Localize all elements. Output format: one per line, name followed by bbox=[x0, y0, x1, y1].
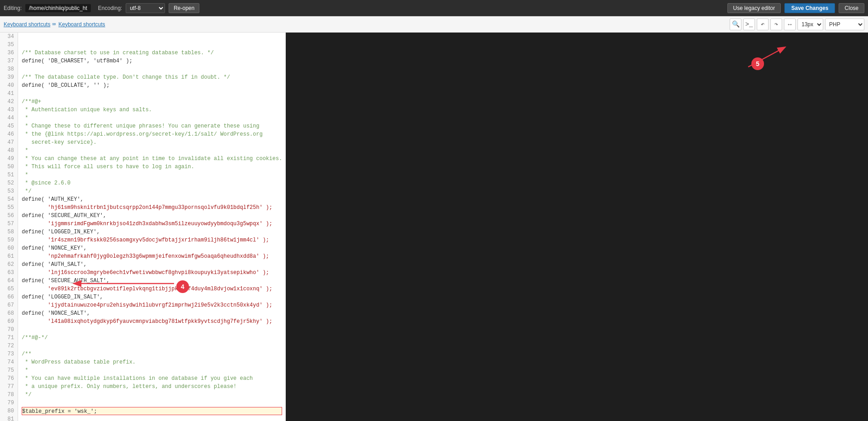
line-number: 39 bbox=[4, 73, 14, 81]
code-line: /** The database collate type. Don't cha… bbox=[22, 73, 282, 81]
line-number: 47 bbox=[4, 138, 14, 147]
font-size-select[interactable]: 13px 10px 11px 12px 14px 16px bbox=[797, 19, 823, 30]
code-line bbox=[22, 399, 282, 407]
line-number: 42 bbox=[4, 98, 14, 106]
line-number: 43 bbox=[4, 106, 14, 114]
line-number: 62 bbox=[4, 260, 14, 269]
line-number: 78 bbox=[4, 391, 14, 399]
code-line: * bbox=[22, 366, 282, 374]
line-number: 71 bbox=[4, 334, 14, 342]
code-line: * WordPress database table prefix. bbox=[22, 358, 282, 366]
line-number: 49 bbox=[4, 155, 14, 163]
line-number: 34 bbox=[4, 33, 14, 41]
code-line: * the {@link https://api.wordpress.org/s… bbox=[22, 130, 282, 138]
line-number: 66 bbox=[4, 293, 14, 301]
code-line: /** bbox=[22, 350, 282, 358]
code-line: /**#@-*/ bbox=[22, 334, 282, 342]
undo-icon[interactable]: ↶ bbox=[757, 19, 769, 30]
svg-line-3 bbox=[748, 47, 784, 67]
keyboard-shortcuts-link[interactable]: Keyboard shortcuts bbox=[4, 21, 50, 28]
search-icon[interactable]: 🔍 bbox=[730, 19, 741, 30]
line-number: 76 bbox=[4, 374, 14, 383]
code-line: */ bbox=[22, 187, 282, 195]
line-number: 70 bbox=[4, 326, 14, 334]
line-number: 45 bbox=[4, 122, 14, 130]
redo-icon[interactable]: ↷ bbox=[770, 19, 782, 30]
line-number: 53 bbox=[4, 187, 14, 195]
line-number: 38 bbox=[4, 65, 14, 73]
line-number: 51 bbox=[4, 171, 14, 179]
line-number: 67 bbox=[4, 301, 14, 309]
line-number: 74 bbox=[4, 358, 14, 366]
line-number: 63 bbox=[4, 269, 14, 277]
line-number: 57 bbox=[4, 220, 14, 228]
code-line: 'hj61sm9hsknitrbn1jbutcsqrpp2on144p7mmgu… bbox=[22, 203, 282, 212]
code-line: 'ijgmmsrimdFgwm0knrkbjso41zdh3xdabhw3sm5… bbox=[22, 220, 282, 228]
line-number: 55 bbox=[4, 203, 14, 212]
line-numbers: 3435363738394041424344454647484950515253… bbox=[0, 33, 18, 421]
encoding-label: Encoding: bbox=[98, 5, 122, 11]
code-line: * This will force all users to have to l… bbox=[22, 163, 282, 171]
code-line: * bbox=[22, 114, 282, 122]
code-line: * You can have multiple installations in… bbox=[22, 374, 282, 383]
keyboard-icon: ⌨ bbox=[52, 21, 56, 28]
code-line: define( 'DB_CHARSET', 'utf8mb4' ); bbox=[22, 57, 282, 65]
terminal-icon[interactable]: >_ bbox=[743, 19, 755, 30]
line-number: 77 bbox=[4, 383, 14, 391]
language-select[interactable]: PHP JavaScript CSS HTML Text bbox=[825, 19, 864, 30]
reopen-button[interactable]: Re-open bbox=[169, 3, 199, 13]
code-line bbox=[22, 342, 282, 350]
code-line: define( 'SECURE_AUTH_KEY', bbox=[22, 212, 282, 220]
line-number: 37 bbox=[4, 57, 14, 65]
code-line: define( 'SECURE_AUTH_SALT', bbox=[22, 277, 282, 285]
close-button[interactable]: Close bbox=[839, 3, 864, 13]
line-number: 48 bbox=[4, 147, 14, 155]
code-line: * @since 2.6.0 bbox=[22, 179, 282, 187]
line-number: 80 bbox=[4, 407, 14, 415]
line-number: 50 bbox=[4, 163, 14, 171]
code-line: secret-key service}. bbox=[22, 138, 282, 147]
line-number: 79 bbox=[4, 399, 14, 407]
code-line: define( 'DB_COLLATE', '' ); bbox=[22, 81, 282, 90]
arrow-5 bbox=[739, 45, 793, 68]
code-line: * bbox=[22, 171, 282, 179]
line-number: 35 bbox=[4, 41, 14, 49]
code-line: 'ijydtainuwuzoe4pru2ehisydwih1lubvrgf2im… bbox=[22, 301, 282, 309]
code-line: 'l41a08ixqhotydgdkyp6fyauvcmnpviabcbg781… bbox=[22, 317, 282, 326]
legacy-editor-button[interactable]: Use legacy editor bbox=[727, 3, 781, 13]
line-number: 56 bbox=[4, 212, 14, 220]
code-line: * a unique prefix. Only numbers, letters… bbox=[22, 383, 282, 391]
line-number: 65 bbox=[4, 285, 14, 293]
line-number: 58 bbox=[4, 228, 14, 236]
line-number: 69 bbox=[4, 317, 14, 326]
code-line: define( 'AUTH_KEY', bbox=[22, 195, 282, 203]
line-number: 68 bbox=[4, 309, 14, 317]
code-line: 'np2ehmafrkahf0jyg0olegzh33g6wpmmjeifenx… bbox=[22, 252, 282, 260]
line-number: 75 bbox=[4, 366, 14, 374]
keyboard-shortcuts-text[interactable]: Keyboard shortcuts bbox=[58, 21, 105, 28]
encoding-select[interactable]: utf-8 utf-16 iso-8859-1 bbox=[126, 3, 165, 13]
code-line: * You can change these at any point in t… bbox=[22, 155, 282, 163]
code-line: 'ev891k2rtbcbgvziowotifleplvkqng1tibjjpk… bbox=[22, 285, 282, 293]
file-path: /home/chinhiiq/public_ht bbox=[25, 4, 91, 12]
line-number: 81 bbox=[4, 415, 14, 421]
code-line bbox=[22, 326, 282, 334]
code-line: define( 'LOGGED_IN_SALT', bbox=[22, 293, 282, 301]
code-line: * bbox=[22, 147, 282, 155]
editing-label: Editing: bbox=[4, 5, 22, 11]
line-number: 60 bbox=[4, 244, 14, 252]
line-number: 64 bbox=[4, 277, 14, 285]
code-line: */ bbox=[22, 391, 282, 399]
wrap-icon[interactable]: ↔ bbox=[784, 19, 796, 30]
code-line: /** Database charset to use in creating … bbox=[22, 49, 282, 57]
code-editor[interactable]: /** Database charset to use in creating … bbox=[18, 33, 286, 421]
code-line: $table_prefix = 'wsk_'; bbox=[22, 407, 282, 415]
line-number: 54 bbox=[4, 195, 14, 203]
code-line bbox=[22, 90, 282, 98]
code-line: define( 'NONCE_KEY', bbox=[22, 244, 282, 252]
line-number: 41 bbox=[4, 90, 14, 98]
save-changes-button[interactable]: Save Changes bbox=[784, 3, 835, 13]
code-line: define( 'AUTH_SALT', bbox=[22, 260, 282, 269]
line-number: 52 bbox=[4, 179, 14, 187]
annotation-5: 5 bbox=[751, 57, 764, 70]
